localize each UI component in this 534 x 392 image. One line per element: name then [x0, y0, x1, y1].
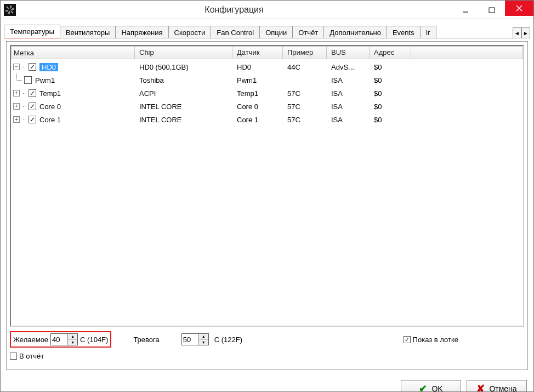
- cell-sample: 57C: [283, 103, 327, 111]
- row-label: HD0: [39, 63, 58, 71]
- cell-chip: Toshiba: [135, 76, 232, 84]
- col-bus[interactable]: BUS: [327, 46, 370, 59]
- cell-sensor: Core 0: [232, 103, 283, 111]
- cell-bus: ISA: [327, 76, 370, 84]
- spin-down-icon[interactable]: ▼: [68, 340, 77, 345]
- cell-addr: $0: [370, 103, 411, 111]
- column-headers: Метка Chip Датчик Пример BUS Адрес: [11, 46, 523, 59]
- spin-up-icon[interactable]: ▲: [199, 334, 208, 340]
- tab-0[interactable]: Температуры: [4, 25, 60, 38]
- table-row[interactable]: Pwm1ToshibaPwm1ISA$0: [11, 73, 523, 87]
- cancel-button[interactable]: ✘ Отмена: [467, 380, 527, 392]
- cell-chip: ACPI: [135, 89, 232, 98]
- tab-5[interactable]: Опции: [259, 26, 293, 38]
- dialog-buttons: ✔ OK ✘ Отмена: [1, 376, 533, 392]
- tab-7[interactable]: Дополнительно: [323, 26, 387, 38]
- col-label[interactable]: Метка: [11, 46, 135, 59]
- desired-spinner[interactable]: ▲▼: [50, 333, 78, 345]
- cell-chip: HD0 (500,1GB): [135, 63, 232, 71]
- window-title: Конфигурация: [16, 5, 452, 15]
- desired-unit: C (104F): [80, 336, 108, 344]
- cell-sensor: HD0: [232, 63, 283, 71]
- report-label: В отчёт: [19, 352, 44, 360]
- x-icon: ✘: [476, 383, 485, 392]
- cell-addr: $0: [370, 116, 411, 124]
- table-row[interactable]: +Temp1ACPITemp157CISA$0: [11, 87, 523, 100]
- alarm-spinner[interactable]: ▲▼: [181, 333, 209, 345]
- report-checkbox-group[interactable]: В отчёт: [10, 352, 44, 360]
- col-addr[interactable]: Адрес: [370, 46, 411, 59]
- cell-bus: ISA: [327, 89, 370, 98]
- cell-sensor: Temp1: [232, 89, 283, 98]
- row-checkbox[interactable]: [29, 63, 36, 71]
- tab-9[interactable]: Ir: [420, 26, 436, 38]
- tray-checkbox[interactable]: [404, 336, 411, 343]
- desired-input[interactable]: [51, 334, 67, 345]
- tab-1[interactable]: Вентиляторы: [60, 26, 116, 38]
- sensor-tree[interactable]: Метка Chip Датчик Пример BUS Адрес −HD0H…: [10, 45, 524, 327]
- cell-sensor: Pwm1: [232, 76, 283, 84]
- tab-2[interactable]: Напряжения: [115, 26, 168, 38]
- alarm-label: Тревога: [133, 336, 159, 344]
- cell-bus: AdvS...: [327, 63, 370, 71]
- tabs-scroll-right[interactable]: ►: [521, 27, 530, 38]
- row-label: Temp1: [39, 89, 61, 98]
- cell-addr: $0: [370, 63, 411, 71]
- spin-down-icon[interactable]: ▼: [199, 340, 208, 345]
- col-chip[interactable]: Chip: [135, 46, 232, 59]
- alarm-input[interactable]: [182, 334, 198, 345]
- expand-icon[interactable]: +: [13, 116, 20, 123]
- table-row[interactable]: +Core 0INTEL CORECore 057CISA$0: [11, 100, 523, 113]
- table-row[interactable]: +Core 1INTEL CORECore 157CISA$0: [11, 113, 523, 126]
- cell-sensor: Core 1: [232, 116, 283, 124]
- row-label: Core 1: [39, 116, 61, 124]
- desired-group-highlight: Желаемое ▲▼ C (104F): [10, 331, 111, 348]
- titlebar: Конфигурация: [1, 1, 533, 19]
- ok-button[interactable]: ✔ OK: [401, 380, 461, 392]
- tab-strip: ТемпературыВентиляторыНапряженияСкорости…: [1, 19, 533, 39]
- bottom-controls: Желаемое ▲▼ C (104F) Тревога ▲▼ C (122F)…: [7, 330, 527, 370]
- cell-addr: $0: [370, 76, 411, 84]
- check-icon: ✔: [419, 383, 427, 392]
- cell-bus: ISA: [327, 116, 370, 124]
- row-checkbox[interactable]: [24, 76, 32, 84]
- tab-8[interactable]: Events: [387, 26, 421, 38]
- tray-checkbox-group[interactable]: Показ в лотке: [404, 336, 458, 344]
- expand-icon[interactable]: +: [13, 103, 20, 110]
- row-label: Core 0: [39, 103, 61, 111]
- cell-sample: 44C: [283, 63, 327, 71]
- tab-6[interactable]: Отчёт: [292, 26, 324, 38]
- desired-label: Желаемое: [13, 336, 48, 344]
- report-checkbox[interactable]: [10, 353, 17, 360]
- row-checkbox[interactable]: [29, 89, 36, 97]
- row-checkbox[interactable]: [29, 116, 36, 123]
- tabs-scroll-left[interactable]: ◄: [513, 27, 521, 38]
- col-sample[interactable]: Пример: [283, 46, 327, 59]
- row-label: Pwm1: [35, 76, 55, 84]
- row-checkbox[interactable]: [29, 103, 36, 110]
- col-sensor[interactable]: Датчик: [232, 46, 283, 59]
- col-spacer: [411, 46, 523, 59]
- cell-addr: $0: [370, 89, 411, 98]
- collapse-icon[interactable]: −: [13, 64, 20, 70]
- tab-panel-temperatures: Метка Chip Датчик Пример BUS Адрес −HD0H…: [6, 41, 528, 370]
- cell-chip: INTEL CORE: [135, 116, 232, 124]
- minimize-button[interactable]: [452, 2, 479, 18]
- cell-sample: 57C: [283, 89, 327, 98]
- cell-sample: 57C: [283, 116, 327, 124]
- tab-4[interactable]: Fan Control: [211, 26, 260, 38]
- ok-label: OK: [431, 384, 442, 392]
- close-button[interactable]: [505, 1, 533, 16]
- table-row[interactable]: −HD0HD0 (500,1GB)HD044CAdvS...$0: [11, 60, 523, 73]
- maximize-button[interactable]: [479, 2, 505, 18]
- cell-bus: ISA: [327, 103, 370, 111]
- cell-chip: INTEL CORE: [135, 103, 232, 111]
- expand-icon[interactable]: +: [13, 90, 20, 96]
- app-icon: [4, 4, 16, 16]
- svg-rect-1: [489, 8, 495, 13]
- spin-up-icon[interactable]: ▲: [68, 334, 77, 340]
- tab-3[interactable]: Скорости: [168, 26, 212, 38]
- tray-label: Показ в лотке: [413, 336, 458, 344]
- cancel-label: Отмена: [489, 384, 516, 392]
- alarm-unit: C (122F): [214, 336, 242, 344]
